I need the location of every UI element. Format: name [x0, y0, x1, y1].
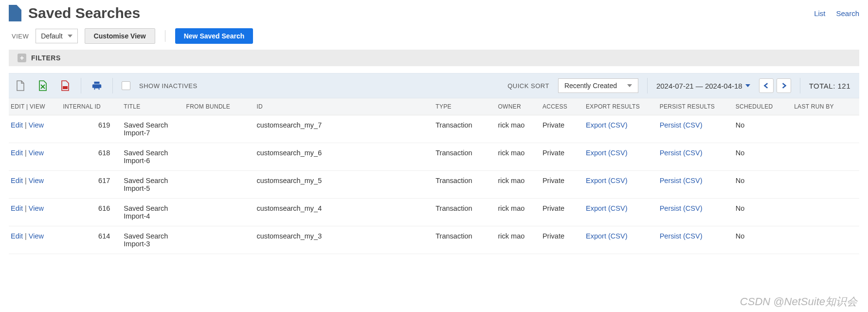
new-doc-icon[interactable]	[14, 79, 27, 92]
cell-last-run-by	[794, 226, 859, 254]
cell-internal-id: 616	[63, 199, 124, 226]
date-range-value: 2024-07-21 — 2024-04-18	[656, 82, 742, 90]
edit-link[interactable]: Edit	[11, 204, 23, 212]
top-link-search[interactable]: Search	[836, 9, 859, 18]
cell-scheduled: No	[736, 143, 794, 171]
table-body: Edit|View619Saved Search Import-7customs…	[9, 115, 859, 254]
filters-bar[interactable]: + FILTERS	[9, 50, 859, 66]
persist-csv-link[interactable]: Persist (CSV)	[660, 204, 703, 212]
col-export[interactable]: EXPORT RESULTS	[586, 98, 660, 115]
cell-owner: rick mao	[498, 226, 542, 254]
col-last-run-by[interactable]: LAST RUN BY	[794, 98, 859, 115]
table-row: Edit|View617Saved Search Import-5customs…	[9, 171, 859, 199]
col-title[interactable]: TITLE	[124, 98, 186, 115]
page-next-button[interactable]	[777, 78, 791, 93]
view-select[interactable]: Default	[36, 29, 77, 43]
customise-view-button[interactable]: Customise View	[85, 28, 155, 44]
cell-last-run-by	[794, 199, 859, 226]
action-row: VIEW Default Customise View New Saved Se…	[0, 24, 868, 50]
print-icon[interactable]	[90, 79, 104, 92]
cell-id: customsearch_my_3	[256, 226, 435, 254]
col-from-bundle[interactable]: FROM BUNDLE	[186, 98, 257, 115]
page-prev-button[interactable]	[759, 78, 774, 93]
cell-owner: rick mao	[498, 171, 542, 199]
chevron-down-icon	[745, 84, 750, 87]
col-owner[interactable]: OWNER	[498, 98, 542, 115]
cell-type: Transaction	[435, 226, 498, 254]
date-range-picker[interactable]: 2024-07-21 — 2024-04-18	[656, 82, 750, 90]
cell-title: Saved Search Import-6	[124, 143, 186, 171]
col-edit-view[interactable]: EDIT | VIEW	[9, 98, 63, 115]
persist-csv-link[interactable]: Persist (CSV)	[660, 121, 703, 129]
export-pdf-icon[interactable]	[58, 79, 72, 92]
view-link[interactable]: View	[29, 149, 44, 157]
quick-sort-label: QUICK SORT	[507, 82, 549, 90]
col-id[interactable]: ID	[256, 98, 435, 115]
toolbar-right: QUICK SORT Recently Created 2024-07-21 —…	[507, 78, 850, 93]
divider	[81, 78, 81, 93]
cell-from-bundle	[186, 199, 257, 226]
divider	[800, 78, 800, 93]
svg-rect-0	[63, 86, 68, 89]
cell-last-run-by	[794, 171, 859, 199]
cell-type: Transaction	[435, 115, 498, 143]
page-header-left: Saved Searches	[9, 5, 140, 21]
page-header-links: List Search	[814, 9, 859, 18]
cell-scheduled: No	[736, 199, 794, 226]
export-csv-link[interactable]: Export (CSV)	[586, 232, 627, 240]
new-saved-search-button[interactable]: New Saved Search	[175, 28, 253, 44]
col-persist[interactable]: PERSIST RESULTS	[660, 98, 736, 115]
cell-scheduled: No	[736, 226, 794, 254]
cell-from-bundle	[186, 226, 257, 254]
cell-access: Private	[542, 171, 586, 199]
chevron-down-icon	[627, 84, 632, 87]
view-link[interactable]: View	[29, 204, 44, 212]
table-row: Edit|View616Saved Search Import-4customs…	[9, 199, 859, 226]
view-select-value: Default	[41, 32, 62, 40]
export-csv-link[interactable]: Export (CSV)	[586, 177, 627, 184]
top-link-list[interactable]: List	[814, 9, 825, 18]
cell-title: Saved Search Import-7	[124, 115, 186, 143]
cell-internal-id: 618	[63, 143, 124, 171]
cell-scheduled: No	[736, 115, 794, 143]
total-count: TOTAL: 121	[809, 82, 850, 90]
view-link[interactable]: View	[29, 177, 44, 184]
persist-csv-link[interactable]: Persist (CSV)	[660, 177, 703, 184]
cell-internal-id: 617	[63, 171, 124, 199]
persist-csv-link[interactable]: Persist (CSV)	[660, 232, 703, 240]
export-csv-link[interactable]: Export (CSV)	[586, 121, 627, 129]
persist-csv-link[interactable]: Persist (CSV)	[660, 149, 703, 157]
cell-title: Saved Search Import-3	[124, 226, 186, 254]
quick-sort-select[interactable]: Recently Created	[558, 78, 638, 93]
view-link[interactable]: View	[29, 121, 44, 129]
cell-access: Private	[542, 115, 586, 143]
export-csv-link[interactable]: Export (CSV)	[586, 149, 627, 157]
cell-id: customsearch_my_5	[256, 171, 435, 199]
cell-last-run-by	[794, 115, 859, 143]
expand-icon: +	[18, 54, 26, 62]
table-row: Edit|View619Saved Search Import-7customs…	[9, 115, 859, 143]
divider	[165, 30, 165, 42]
cell-last-run-by	[794, 143, 859, 171]
export-excel-icon[interactable]	[36, 79, 50, 92]
edit-link[interactable]: Edit	[11, 177, 23, 184]
results-table: EDIT | VIEW INTERNAL ID TITLE FROM BUNDL…	[9, 98, 859, 254]
edit-link[interactable]: Edit	[11, 121, 23, 129]
col-type[interactable]: TYPE	[435, 98, 498, 115]
col-internal-id[interactable]: INTERNAL ID	[63, 98, 124, 115]
cell-owner: rick mao	[498, 199, 542, 226]
edit-link[interactable]: Edit	[11, 149, 23, 157]
cell-from-bundle	[186, 143, 257, 171]
quick-sort-value: Recently Created	[564, 82, 617, 90]
table-row: Edit|View618Saved Search Import-6customs…	[9, 143, 859, 171]
col-scheduled[interactable]: SCHEDULED	[736, 98, 794, 115]
cell-id: customsearch_my_7	[256, 115, 435, 143]
view-label: VIEW	[12, 33, 29, 40]
table-row: Edit|View614Saved Search Import-3customs…	[9, 226, 859, 254]
view-link[interactable]: View	[29, 232, 44, 240]
show-inactives-checkbox[interactable]	[122, 81, 130, 90]
edit-link[interactable]: Edit	[11, 232, 23, 240]
page-title: Saved Searches	[28, 5, 140, 21]
export-csv-link[interactable]: Export (CSV)	[586, 204, 627, 212]
col-access[interactable]: ACCESS	[542, 98, 586, 115]
